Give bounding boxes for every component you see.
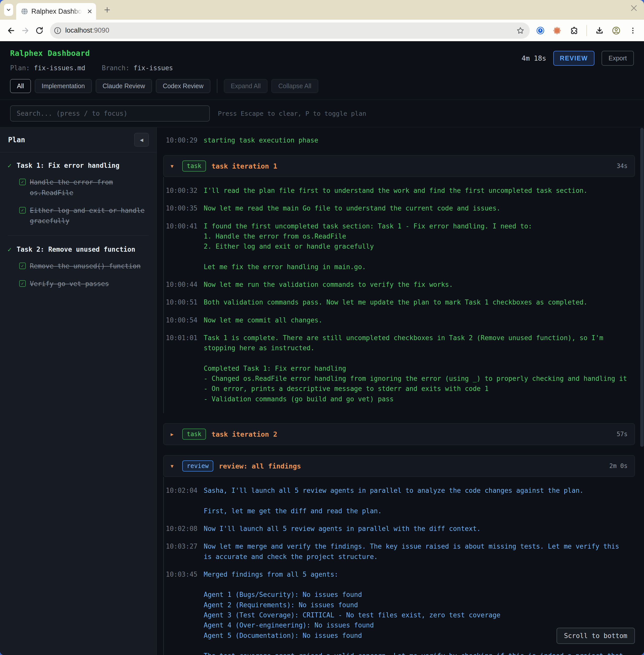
collapse-all-button[interactable]: Collapse All: [272, 79, 318, 93]
section-header[interactable]: ▼reviewreview: all findings2m 0s: [163, 455, 635, 477]
log-timestamp: 10:00:29: [166, 137, 198, 144]
elapsed-time: 4m 18s: [522, 54, 547, 62]
search-hint: Press Escape to clear, P to toggle plan: [218, 110, 366, 117]
menu-kebab-icon[interactable]: [626, 23, 640, 38]
section-duration: 34s: [617, 163, 627, 169]
log-entry: 10:00:51Both validation commands pass. N…: [166, 297, 635, 307]
tab-search-button[interactable]: [4, 4, 13, 16]
export-button[interactable]: Export: [601, 51, 634, 66]
forward-button[interactable]: [18, 23, 32, 38]
plan-branch-line: Plan: fix-issues.md Branch: fix-issues: [10, 64, 173, 72]
timeline-main: 10:00:29 starting task execution phase ▼…: [157, 127, 644, 655]
downloads-icon[interactable]: [593, 23, 606, 38]
log-text: Now let me run the validation commands t…: [204, 280, 453, 289]
log-text: Now let me merge and verify the findings…: [204, 541, 631, 562]
plan-checklist-item[interactable]: ✓Either log and exit or handle gracefull…: [19, 206, 149, 227]
back-button[interactable]: [4, 23, 18, 38]
filter-tab-implementation[interactable]: Implementation: [35, 79, 92, 93]
claude-extension-icon[interactable]: [550, 23, 564, 38]
log-text: Now let me read the main Go file to unde…: [204, 203, 501, 213]
plan-task: ✓Task 1: Fix error handling: [7, 161, 149, 170]
window-close-icon[interactable]: [629, 3, 639, 13]
section-header[interactable]: ▼tasktask iteration 134s: [163, 155, 635, 177]
expand-arrow-icon[interactable]: ▶: [170, 431, 177, 437]
scroll-to-bottom-button[interactable]: Scroll to bottom: [556, 628, 635, 644]
log-entry: 10:03:27Now let me merge and verify the …: [166, 541, 635, 562]
branch-label: Branch:: [102, 64, 130, 72]
plan-tasks: ✓Task 1: Fix error handling✓Handle the e…: [0, 153, 157, 298]
review-status-button[interactable]: REVIEW: [553, 51, 595, 66]
log-timestamp: 10:02:08: [166, 523, 198, 534]
reload-button[interactable]: [32, 23, 46, 38]
url-text: localhost:9090: [65, 26, 109, 34]
plan-checklist-item-label: Remove the unused() function: [30, 261, 140, 272]
collapse-left-icon: ◀: [140, 137, 143, 143]
expand-all-button[interactable]: Expand All: [224, 79, 268, 93]
url-host: localhost: [65, 26, 92, 34]
plan-task-items: ✓Handle the error from os.ReadFile✓Eithe…: [19, 177, 149, 226]
search-input[interactable]: [10, 106, 210, 121]
plan-checklist-item-label: Verify go vet passes: [30, 279, 109, 289]
plan-checklist-item-label: Handle the error from os.ReadFile: [30, 177, 149, 198]
log-entry: 10:00:32I'll read the plan file first to…: [166, 186, 635, 195]
checked-checkbox-icon: ✓: [19, 280, 26, 287]
browser-tab[interactable]: Ralphex Dashboard - fix: [16, 3, 96, 20]
chevron-down-icon: [5, 6, 12, 13]
dashboard-header-right: 4m 18s REVIEW Export: [522, 51, 634, 66]
plan-label: Plan:: [10, 64, 30, 72]
url-bar[interactable]: localhost:9090: [50, 23, 530, 39]
plan-task-items: ✓Remove the unused() function✓Verify go …: [19, 261, 149, 289]
collapse-arrow-icon[interactable]: ▼: [170, 463, 177, 469]
browser-window: Ralphex Dashboard - fix localhost:9090: [0, 0, 644, 655]
plan-checklist-item[interactable]: ✓Verify go vet passes: [19, 279, 149, 289]
intro-log-entry: 10:00:29 starting task execution phase: [166, 137, 635, 144]
log-text: I'll read the plan file first to underst…: [204, 186, 588, 195]
log-timestamp: 10:00:44: [166, 280, 198, 289]
content-area: Plan ◀ ✓Task 1: Fix error handling✓Handl…: [0, 127, 644, 655]
filter-divider: [217, 79, 217, 93]
log-text: Sasha, I'll launch all 5 review agents i…: [204, 486, 583, 516]
section-duration: 57s: [617, 430, 627, 438]
plan-checklist-item[interactable]: ✓Remove the unused() function: [19, 261, 149, 272]
log-entry: 10:00:41I found the first uncompleted ta…: [166, 221, 635, 272]
plan-checklist-item[interactable]: ✓Handle the error from os.ReadFile: [19, 177, 149, 198]
tab-close-icon[interactable]: [87, 8, 93, 15]
collapse-arrow-icon[interactable]: ▼: [170, 163, 177, 169]
extensions-puzzle-icon[interactable]: [567, 23, 581, 38]
plan-task-divider: [7, 235, 149, 236]
log-entry: 10:02:08Now I'll launch all 5 review age…: [166, 523, 635, 534]
plan-value: fix-issues.md: [34, 64, 86, 72]
section-type-badge: review: [182, 461, 213, 471]
filter-tab-codex-review[interactable]: Codex Review: [156, 79, 210, 93]
bookmark-star-icon[interactable]: [516, 26, 525, 35]
section-title: task iteration 2: [211, 430, 277, 438]
plan-task: ✓Task 2: Remove unused function: [7, 245, 149, 254]
plan-task-title: Task 2: Remove unused function: [17, 245, 136, 254]
new-tab-button[interactable]: [100, 3, 114, 17]
password-manager-extension-icon[interactable]: [533, 23, 548, 38]
tab-strip: Ralphex Dashboard - fix: [0, 0, 644, 20]
section-entries: 10:00:32I'll read the plan file first to…: [163, 177, 635, 413]
section-header[interactable]: ▶tasktask iteration 257s: [163, 423, 635, 445]
profile-icon[interactable]: [609, 23, 623, 38]
browser-toolbar: localhost:9090: [0, 20, 644, 41]
checked-checkbox-icon: ✓: [19, 179, 26, 185]
log-timestamp: 10:00:41: [166, 221, 198, 272]
log-timestamp: 10:03:27: [166, 541, 198, 562]
tab-favicon-globe-icon: [21, 7, 28, 15]
log-timestamp: 10:00:35: [166, 203, 198, 213]
filter-tab-claude-review[interactable]: Claude Review: [96, 79, 152, 93]
scrollbar-thumb[interactable]: [640, 128, 644, 447]
plan-task-title: Task 1: Fix error handling: [17, 161, 119, 170]
toolbar-divider: [586, 25, 587, 36]
log-text: I found the first uncompleted task secti…: [204, 221, 532, 272]
timeline-section: ▶tasktask iteration 257s: [163, 423, 635, 445]
site-info-icon[interactable]: [53, 26, 62, 34]
sidebar-collapse-button[interactable]: ◀: [134, 133, 149, 146]
section-title: task iteration 1: [211, 162, 277, 170]
filter-tab-all[interactable]: All: [10, 79, 31, 93]
dashboard-header-left: Ralphex Dashboard Plan: fix-issues.md Br…: [10, 49, 173, 72]
log-entry: 10:00:44Now let me run the validation co…: [166, 280, 635, 289]
log-entry: 10:01:01Task 1 is complete. There are st…: [166, 333, 635, 404]
log-timestamp: 10:00:51: [166, 297, 198, 307]
